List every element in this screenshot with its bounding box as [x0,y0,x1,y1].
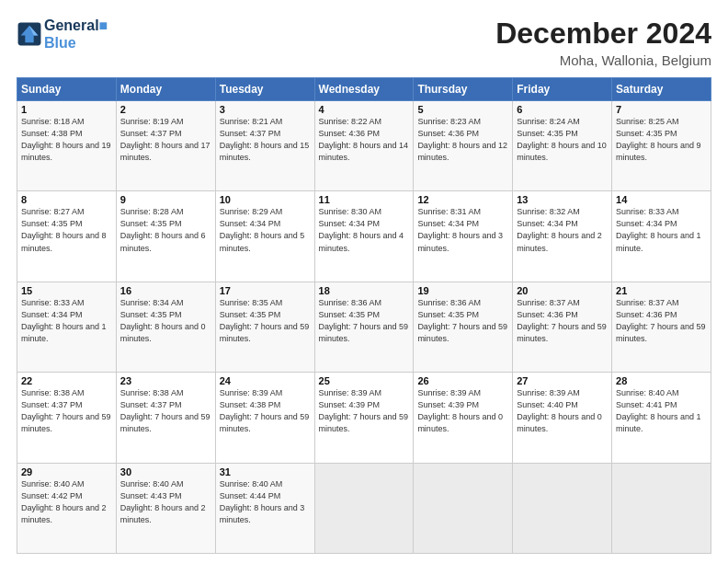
day-info: Sunrise: 8:40 AM Sunset: 4:43 PM Dayligh… [120,478,211,526]
calendar-day-header: Tuesday [215,78,314,101]
day-info: Sunrise: 8:25 AM Sunset: 4:35 PM Dayligh… [616,116,707,164]
day-number: 5 [417,104,508,115]
calendar-cell: 12 Sunrise: 8:31 AM Sunset: 4:34 PM Dayl… [414,191,513,282]
calendar-week-row: 22 Sunrise: 8:38 AM Sunset: 4:37 PM Dayl… [17,373,711,463]
day-number: 27 [517,375,608,386]
calendar-cell: 24 Sunrise: 8:39 AM Sunset: 4:38 PM Dayl… [215,373,314,463]
day-number: 28 [616,375,707,386]
day-number: 15 [21,285,112,296]
calendar-cell: 25 Sunrise: 8:39 AM Sunset: 4:39 PM Dayl… [314,373,414,463]
calendar-cell: 6 Sunrise: 8:24 AM Sunset: 4:35 PM Dayli… [513,101,612,191]
day-number: 19 [417,285,508,296]
calendar-cell: 21 Sunrise: 8:37 AM Sunset: 4:36 PM Dayl… [612,282,711,372]
calendar-week-row: 1 Sunrise: 8:18 AM Sunset: 4:38 PM Dayli… [17,101,711,191]
calendar-table: SundayMondayTuesdayWednesdayThursdayFrid… [17,77,711,554]
calendar-day-header: Wednesday [314,78,414,101]
calendar-cell: 8 Sunrise: 8:27 AM Sunset: 4:35 PM Dayli… [17,191,117,282]
day-info: Sunrise: 8:29 AM Sunset: 4:34 PM Dayligh… [220,206,311,254]
calendar-week-row: 29 Sunrise: 8:40 AM Sunset: 4:42 PM Dayl… [17,463,711,553]
day-number: 9 [120,194,211,205]
day-number: 25 [319,375,410,386]
day-number: 1 [21,104,112,115]
day-number: 12 [417,194,508,205]
day-info: Sunrise: 8:27 AM Sunset: 4:35 PM Dayligh… [21,206,112,254]
day-info: Sunrise: 8:33 AM Sunset: 4:34 PM Dayligh… [616,206,707,254]
calendar-cell [314,463,414,553]
day-number: 24 [220,375,311,386]
day-info: Sunrise: 8:38 AM Sunset: 4:37 PM Dayligh… [21,387,112,435]
title-section: December 2024 Moha, Wallonia, Belgium [495,17,711,68]
logo-icon [17,21,42,47]
day-info: Sunrise: 8:40 AM Sunset: 4:42 PM Dayligh… [21,478,112,526]
day-number: 20 [517,285,608,296]
calendar-cell: 30 Sunrise: 8:40 AM Sunset: 4:43 PM Dayl… [116,463,215,553]
day-info: Sunrise: 8:23 AM Sunset: 4:36 PM Dayligh… [417,116,508,164]
day-info: Sunrise: 8:24 AM Sunset: 4:35 PM Dayligh… [517,116,608,164]
day-info: Sunrise: 8:35 AM Sunset: 4:35 PM Dayligh… [220,297,311,345]
calendar-cell: 1 Sunrise: 8:18 AM Sunset: 4:38 PM Dayli… [17,101,117,191]
calendar-cell: 3 Sunrise: 8:21 AM Sunset: 4:37 PM Dayli… [215,101,314,191]
day-number: 22 [21,375,112,386]
day-number: 8 [21,194,112,205]
calendar-cell [612,463,711,553]
calendar-cell: 22 Sunrise: 8:38 AM Sunset: 4:37 PM Dayl… [17,373,117,463]
header: General■ Blue December 2024 Moha, Wallon… [17,17,711,68]
calendar-cell: 4 Sunrise: 8:22 AM Sunset: 4:36 PM Dayli… [314,101,414,191]
day-number: 23 [120,375,211,386]
day-number: 10 [220,194,311,205]
main-title: December 2024 [495,17,711,51]
calendar-cell: 20 Sunrise: 8:37 AM Sunset: 4:36 PM Dayl… [513,282,612,372]
calendar-cell: 13 Sunrise: 8:32 AM Sunset: 4:34 PM Dayl… [513,191,612,282]
calendar-day-header: Sunday [17,78,117,101]
day-number: 26 [417,375,508,386]
day-info: Sunrise: 8:38 AM Sunset: 4:37 PM Dayligh… [120,387,211,435]
calendar-week-row: 15 Sunrise: 8:33 AM Sunset: 4:34 PM Dayl… [17,282,711,372]
day-info: Sunrise: 8:19 AM Sunset: 4:37 PM Dayligh… [120,116,211,164]
day-number: 3 [220,104,311,115]
calendar-cell: 7 Sunrise: 8:25 AM Sunset: 4:35 PM Dayli… [612,101,711,191]
calendar-cell: 15 Sunrise: 8:33 AM Sunset: 4:34 PM Dayl… [17,282,117,372]
day-info: Sunrise: 8:36 AM Sunset: 4:35 PM Dayligh… [319,297,410,345]
day-info: Sunrise: 8:28 AM Sunset: 4:35 PM Dayligh… [120,206,211,254]
calendar-cell: 2 Sunrise: 8:19 AM Sunset: 4:37 PM Dayli… [116,101,215,191]
calendar-cell: 10 Sunrise: 8:29 AM Sunset: 4:34 PM Dayl… [215,191,314,282]
day-info: Sunrise: 8:22 AM Sunset: 4:36 PM Dayligh… [319,116,410,164]
day-number: 30 [120,466,211,477]
logo-text: General■ Blue [44,17,108,52]
day-number: 11 [319,194,410,205]
day-info: Sunrise: 8:36 AM Sunset: 4:35 PM Dayligh… [417,297,508,345]
day-info: Sunrise: 8:30 AM Sunset: 4:34 PM Dayligh… [319,206,410,254]
calendar-cell: 27 Sunrise: 8:39 AM Sunset: 4:40 PM Dayl… [513,373,612,463]
calendar-cell [513,463,612,553]
calendar-day-header: Friday [513,78,612,101]
day-info: Sunrise: 8:18 AM Sunset: 4:38 PM Dayligh… [21,116,112,164]
calendar-cell: 26 Sunrise: 8:39 AM Sunset: 4:39 PM Dayl… [414,373,513,463]
day-number: 17 [220,285,311,296]
day-info: Sunrise: 8:40 AM Sunset: 4:44 PM Dayligh… [220,478,311,526]
logo: General■ Blue [17,17,108,52]
day-number: 4 [319,104,410,115]
day-number: 31 [220,466,311,477]
calendar-cell: 28 Sunrise: 8:40 AM Sunset: 4:41 PM Dayl… [612,373,711,463]
day-number: 21 [616,285,707,296]
day-info: Sunrise: 8:32 AM Sunset: 4:34 PM Dayligh… [517,206,608,254]
day-info: Sunrise: 8:33 AM Sunset: 4:34 PM Dayligh… [21,297,112,345]
calendar-day-header: Saturday [612,78,711,101]
calendar-header-row: SundayMondayTuesdayWednesdayThursdayFrid… [17,78,711,101]
day-info: Sunrise: 8:21 AM Sunset: 4:37 PM Dayligh… [220,116,311,164]
calendar-week-row: 8 Sunrise: 8:27 AM Sunset: 4:35 PM Dayli… [17,191,711,282]
day-number: 7 [616,104,707,115]
day-info: Sunrise: 8:39 AM Sunset: 4:39 PM Dayligh… [319,387,410,435]
calendar-cell: 18 Sunrise: 8:36 AM Sunset: 4:35 PM Dayl… [314,282,414,372]
subtitle: Moha, Wallonia, Belgium [495,52,711,68]
day-info: Sunrise: 8:39 AM Sunset: 4:39 PM Dayligh… [417,387,508,435]
calendar-cell: 31 Sunrise: 8:40 AM Sunset: 4:44 PM Dayl… [215,463,314,553]
calendar-day-header: Thursday [414,78,513,101]
day-number: 6 [517,104,608,115]
calendar-day-header: Monday [116,78,215,101]
calendar-cell: 17 Sunrise: 8:35 AM Sunset: 4:35 PM Dayl… [215,282,314,372]
day-info: Sunrise: 8:40 AM Sunset: 4:41 PM Dayligh… [616,387,707,435]
calendar-cell: 23 Sunrise: 8:38 AM Sunset: 4:37 PM Dayl… [116,373,215,463]
day-number: 13 [517,194,608,205]
calendar-cell: 16 Sunrise: 8:34 AM Sunset: 4:35 PM Dayl… [116,282,215,372]
